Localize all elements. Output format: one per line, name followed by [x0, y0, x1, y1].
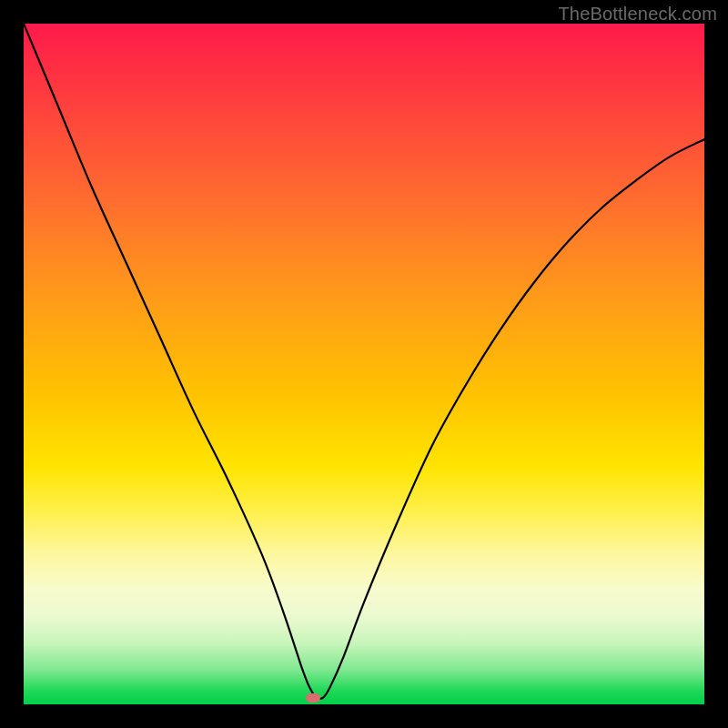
bottleneck-curve: [24, 24, 704, 704]
plot-area: [24, 24, 704, 704]
watermark-text: TheBottleneck.com: [558, 4, 717, 25]
optimum-marker: [306, 693, 320, 703]
